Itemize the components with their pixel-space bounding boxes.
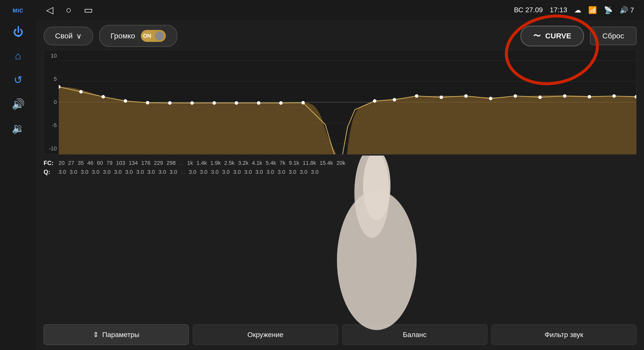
svg-point-7	[101, 95, 105, 99]
fc-val: 3.2k	[238, 160, 248, 166]
home-nav-button[interactable]: ○	[66, 5, 72, 16]
q-val: 3.0	[70, 169, 78, 175]
q-key: Q:	[44, 169, 58, 175]
q-val: 3.0	[81, 169, 88, 175]
tab-params[interactable]: ⇕ Параметры	[44, 324, 189, 345]
hand-overlay	[324, 156, 429, 330]
recent-nav-button[interactable]: ▭	[84, 5, 93, 16]
fc-val: 27	[68, 160, 74, 166]
q-val: 3.0	[278, 169, 286, 175]
cloud-icon: ☁	[574, 6, 581, 14]
fc-val: 4.1k	[252, 160, 262, 166]
q-val: 3.0	[92, 169, 100, 175]
svg-point-23	[489, 97, 492, 100]
svg-point-22	[464, 94, 468, 98]
q-val: 3.0	[58, 169, 66, 175]
mic-label: MIC	[13, 8, 24, 14]
q-val: 3.0	[170, 169, 177, 175]
svg-point-18	[373, 99, 376, 103]
q-val: 3.0	[266, 169, 274, 175]
waveform-icon: 〜	[533, 31, 541, 41]
y-label-0: 0	[54, 99, 57, 105]
q-val: 3.0	[300, 169, 308, 175]
controls-row: Свой ∨ Громко ON 〜 CURVE Сброс	[44, 25, 636, 47]
fc-val: 35	[78, 160, 84, 166]
q-val: 3.0	[233, 169, 241, 175]
fc-val: 15.4k	[320, 160, 333, 166]
fc-val: 20k	[336, 160, 345, 166]
svg-point-12	[212, 101, 216, 105]
fc-row: FC: 20 27 35 46 60 79 103 134 176 229 29…	[44, 160, 636, 177]
power-icon[interactable]: ⏻	[13, 26, 24, 38]
eq-y-axis: 10 5 0 -5 -10	[44, 50, 59, 154]
main-area: ◁ ○ ▭ ВС 27.09 17:13 ☁ 📶 📡 🔊 7 Свой ∨ Гр…	[36, 0, 644, 350]
preset-label: Свой	[55, 32, 73, 40]
tab-filter[interactable]: Фильтр звук	[491, 324, 636, 345]
fc-val: 1.9k	[210, 160, 221, 166]
bottom-tabs: ⇕ Параметры Окружение Баланс Фильтр звук	[44, 324, 636, 345]
status-time: 17:13	[550, 6, 567, 14]
fc-val: ...	[179, 160, 184, 166]
status-date: ВС 27.09	[514, 6, 543, 14]
q-val: ...	[181, 169, 185, 175]
volume-down-icon[interactable]: 🔉	[12, 122, 25, 134]
svg-point-13	[235, 101, 238, 105]
svg-point-19	[393, 98, 396, 102]
back-nav-button[interactable]: ◁	[46, 5, 53, 16]
toggle-on-label: ON	[143, 33, 151, 39]
loudness-button[interactable]: Громко ON	[99, 25, 178, 47]
fc-val: 176	[141, 160, 150, 166]
q-val: 3.0	[311, 169, 318, 175]
fc-val: 7k	[280, 160, 286, 166]
toggle-circle	[155, 32, 164, 40]
wifi-icon: 📶	[588, 6, 597, 14]
fc-values: 20 27 35 46 60 79 103 134 176 229 298 ..…	[58, 160, 346, 166]
home-icon[interactable]: ⌂	[15, 50, 21, 62]
q-val: 3.0	[244, 169, 252, 175]
svg-point-30	[337, 190, 417, 330]
tab-balance[interactable]: Баланс	[342, 324, 487, 345]
toggle-switch[interactable]: ON	[141, 30, 166, 42]
y-label-neg5: -5	[52, 122, 57, 129]
sliders-icon: ⇕	[93, 330, 98, 339]
svg-point-14	[257, 101, 260, 105]
fc-val: 9.1k	[289, 160, 299, 166]
fc-val: 2.5k	[224, 160, 234, 166]
nav-buttons: ◁ ○ ▭	[46, 5, 93, 16]
q-val: 3.0	[200, 169, 208, 175]
q-val: 3.0	[158, 169, 166, 175]
curve-label: CURVE	[545, 32, 571, 40]
fc-val: 79	[106, 160, 112, 166]
q-values: 3.0 3.0 3.0 3.0 3.0 3.0 3.0 3.0 3.0 3.0 …	[58, 169, 318, 175]
hand-svg	[324, 156, 429, 330]
eq-container: 10 5 0 -5 -10	[44, 50, 636, 155]
volume-up-icon[interactable]: 🔊	[12, 98, 25, 110]
fc-val: 20	[58, 160, 64, 166]
q-val: 3.0	[148, 169, 155, 175]
svg-point-16	[301, 101, 305, 105]
loudness-label: Громко	[110, 32, 135, 40]
tab-params-label: Параметры	[102, 331, 139, 339]
tab-filter-label: Фильтр звук	[545, 331, 583, 339]
svg-point-20	[415, 94, 418, 98]
fc-val: 46	[87, 160, 93, 166]
fc-val: 5.4k	[266, 160, 276, 166]
svg-point-10	[168, 101, 172, 105]
back-icon[interactable]: ↺	[14, 74, 22, 86]
eq-chart[interactable]	[59, 50, 636, 154]
q-val: 3.0	[136, 169, 144, 175]
eq-svg	[59, 50, 636, 154]
q-val: 3.0	[114, 169, 122, 175]
fc-key: FC:	[44, 160, 58, 167]
svg-point-26	[563, 94, 566, 98]
q-val: 3.0	[211, 169, 219, 175]
preset-button[interactable]: Свой ∨	[44, 27, 93, 45]
tab-okruz[interactable]: Окружение	[193, 324, 338, 345]
svg-point-28	[612, 94, 616, 98]
y-label-10: 10	[51, 53, 57, 59]
tab-okruz-label: Окружение	[248, 331, 284, 339]
signal-icon: 📡	[604, 6, 612, 14]
curve-button[interactable]: 〜 CURVE	[520, 26, 584, 46]
fc-label-row: FC: 20 27 35 46 60 79 103 134 176 229 29…	[44, 160, 636, 167]
reset-button[interactable]: Сброс	[590, 27, 636, 45]
